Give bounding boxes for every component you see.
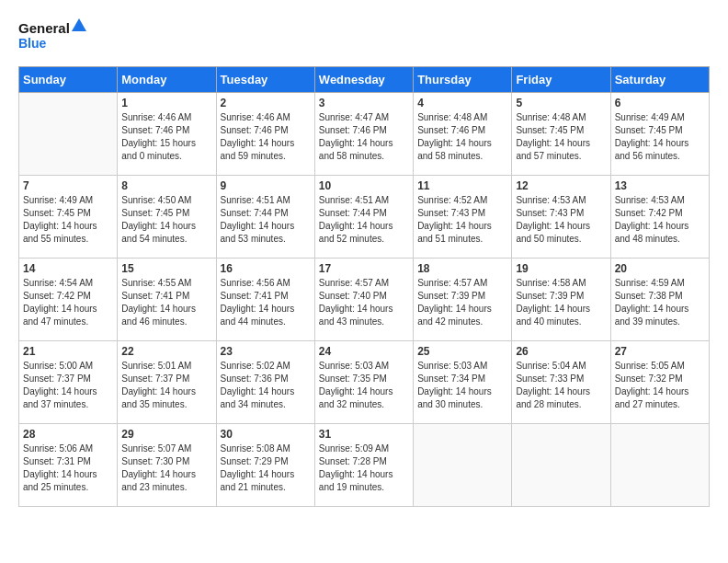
calendar-cell: 7Sunrise: 4:49 AM Sunset: 7:45 PM Daylig…: [19, 176, 118, 259]
day-number: 21: [23, 345, 113, 358]
day-number: 12: [516, 179, 606, 192]
day-content: Sunrise: 5:04 AM Sunset: 7:33 PM Dayligh…: [516, 360, 606, 411]
day-number: 31: [319, 428, 409, 441]
calendar-cell: 1Sunrise: 4:46 AM Sunset: 7:46 PM Daylig…: [118, 93, 216, 176]
day-content: Sunrise: 5:08 AM Sunset: 7:29 PM Dayligh…: [221, 442, 311, 494]
day-content: Sunrise: 4:57 AM Sunset: 7:40 PM Dayligh…: [319, 277, 409, 328]
day-number: 8: [121, 179, 211, 192]
column-header-sunday: Sunday: [19, 67, 118, 93]
day-content: Sunrise: 4:59 AM Sunset: 7:38 PM Dayligh…: [615, 277, 705, 328]
day-number: 19: [516, 262, 606, 275]
calendar-cell: 24Sunrise: 5:03 AM Sunset: 7:35 PM Dayli…: [314, 341, 413, 424]
day-content: Sunrise: 5:01 AM Sunset: 7:37 PM Dayligh…: [121, 360, 211, 411]
svg-text:Blue: Blue: [18, 36, 47, 51]
calendar-week-3: 14Sunrise: 4:54 AM Sunset: 7:42 PM Dayli…: [19, 259, 710, 341]
column-header-wednesday: Wednesday: [314, 67, 413, 93]
day-content: Sunrise: 4:50 AM Sunset: 7:45 PM Dayligh…: [121, 194, 211, 246]
calendar-cell: 10Sunrise: 4:51 AM Sunset: 7:44 PM Dayli…: [314, 176, 413, 259]
day-content: Sunrise: 4:47 AM Sunset: 7:46 PM Dayligh…: [319, 111, 409, 163]
day-content: Sunrise: 5:03 AM Sunset: 7:35 PM Dayligh…: [319, 360, 409, 411]
day-content: Sunrise: 4:55 AM Sunset: 7:41 PM Dayligh…: [121, 277, 211, 328]
calendar-cell: 27Sunrise: 5:05 AM Sunset: 7:32 PM Dayli…: [610, 341, 709, 424]
calendar-cell: 15Sunrise: 4:55 AM Sunset: 7:41 PM Dayli…: [118, 259, 216, 341]
day-number: 10: [319, 179, 409, 192]
calendar-cell: [414, 424, 512, 507]
day-content: Sunrise: 5:06 AM Sunset: 7:31 PM Dayligh…: [23, 442, 113, 494]
day-content: Sunrise: 4:57 AM Sunset: 7:39 PM Dayligh…: [417, 277, 507, 328]
day-content: Sunrise: 5:00 AM Sunset: 7:37 PM Dayligh…: [23, 360, 113, 411]
day-number: 26: [516, 345, 606, 358]
day-content: Sunrise: 5:05 AM Sunset: 7:32 PM Dayligh…: [615, 360, 705, 411]
calendar-cell: 20Sunrise: 4:59 AM Sunset: 7:38 PM Dayli…: [610, 259, 709, 341]
day-number: 28: [23, 428, 113, 441]
calendar-cell: 2Sunrise: 4:46 AM Sunset: 7:46 PM Daylig…: [216, 93, 314, 176]
column-header-monday: Monday: [118, 67, 216, 93]
day-content: Sunrise: 4:58 AM Sunset: 7:39 PM Dayligh…: [516, 277, 606, 328]
page-header: General Blue: [18, 18, 710, 57]
calendar-cell: 14Sunrise: 4:54 AM Sunset: 7:42 PM Dayli…: [19, 259, 118, 341]
day-number: 23: [221, 345, 311, 358]
calendar-cell: 28Sunrise: 5:06 AM Sunset: 7:31 PM Dayli…: [19, 424, 118, 507]
day-content: Sunrise: 5:09 AM Sunset: 7:28 PM Dayligh…: [319, 442, 409, 494]
calendar-cell: 23Sunrise: 5:02 AM Sunset: 7:36 PM Dayli…: [216, 341, 314, 424]
day-content: Sunrise: 4:46 AM Sunset: 7:46 PM Dayligh…: [121, 111, 211, 163]
day-number: 17: [319, 262, 409, 275]
day-number: 27: [615, 345, 705, 358]
calendar-cell: 9Sunrise: 4:51 AM Sunset: 7:44 PM Daylig…: [216, 176, 314, 259]
calendar-cell: 25Sunrise: 5:03 AM Sunset: 7:34 PM Dayli…: [414, 341, 512, 424]
day-content: Sunrise: 4:53 AM Sunset: 7:42 PM Dayligh…: [615, 194, 705, 246]
day-content: Sunrise: 4:52 AM Sunset: 7:43 PM Dayligh…: [417, 194, 507, 246]
day-number: 11: [417, 179, 507, 192]
day-content: Sunrise: 4:46 AM Sunset: 7:46 PM Dayligh…: [221, 111, 311, 163]
day-number: 16: [221, 262, 311, 275]
column-header-thursday: Thursday: [414, 67, 512, 93]
day-content: Sunrise: 4:51 AM Sunset: 7:44 PM Dayligh…: [221, 194, 311, 246]
day-number: 24: [319, 345, 409, 358]
day-number: 6: [615, 97, 705, 109]
calendar-week-1: 1Sunrise: 4:46 AM Sunset: 7:46 PM Daylig…: [19, 93, 710, 176]
svg-text:General: General: [18, 20, 70, 36]
calendar-cell: 26Sunrise: 5:04 AM Sunset: 7:33 PM Dayli…: [512, 341, 610, 424]
calendar-cell: 11Sunrise: 4:52 AM Sunset: 7:43 PM Dayli…: [414, 176, 512, 259]
svg-marker-2: [72, 18, 86, 31]
calendar-cell: 30Sunrise: 5:08 AM Sunset: 7:29 PM Dayli…: [216, 424, 314, 507]
calendar-cell: 12Sunrise: 4:53 AM Sunset: 7:43 PM Dayli…: [512, 176, 610, 259]
day-content: Sunrise: 4:49 AM Sunset: 7:45 PM Dayligh…: [615, 111, 705, 163]
calendar-cell: 29Sunrise: 5:07 AM Sunset: 7:30 PM Dayli…: [118, 424, 216, 507]
calendar-cell: 5Sunrise: 4:48 AM Sunset: 7:45 PM Daylig…: [512, 93, 610, 176]
calendar-cell: 31Sunrise: 5:09 AM Sunset: 7:28 PM Dayli…: [314, 424, 413, 507]
calendar-week-4: 21Sunrise: 5:00 AM Sunset: 7:37 PM Dayli…: [19, 341, 710, 424]
day-content: Sunrise: 4:51 AM Sunset: 7:44 PM Dayligh…: [319, 194, 409, 246]
calendar-table: SundayMondayTuesdayWednesdayThursdayFrid…: [18, 66, 710, 507]
calendar-cell: 8Sunrise: 4:50 AM Sunset: 7:45 PM Daylig…: [118, 176, 216, 259]
calendar-week-2: 7Sunrise: 4:49 AM Sunset: 7:45 PM Daylig…: [19, 176, 710, 259]
day-content: Sunrise: 4:49 AM Sunset: 7:45 PM Dayligh…: [23, 194, 113, 246]
day-number: 20: [615, 262, 705, 275]
calendar-cell: 17Sunrise: 4:57 AM Sunset: 7:40 PM Dayli…: [314, 259, 413, 341]
day-content: Sunrise: 5:07 AM Sunset: 7:30 PM Dayligh…: [121, 442, 211, 494]
calendar-week-5: 28Sunrise: 5:06 AM Sunset: 7:31 PM Dayli…: [19, 424, 710, 507]
day-number: 15: [121, 262, 211, 275]
calendar-cell: 16Sunrise: 4:56 AM Sunset: 7:41 PM Dayli…: [216, 259, 314, 341]
day-number: 18: [417, 262, 507, 275]
day-number: 3: [319, 97, 409, 109]
day-number: 7: [23, 179, 113, 192]
column-header-friday: Friday: [512, 67, 610, 93]
day-number: 22: [121, 345, 211, 358]
day-number: 5: [516, 97, 606, 109]
day-number: 14: [23, 262, 113, 275]
calendar-cell: [610, 424, 709, 507]
day-number: 13: [615, 179, 705, 192]
day-content: Sunrise: 4:48 AM Sunset: 7:46 PM Dayligh…: [417, 111, 507, 163]
calendar-cell: 3Sunrise: 4:47 AM Sunset: 7:46 PM Daylig…: [314, 93, 413, 176]
day-number: 1: [121, 97, 211, 109]
day-content: Sunrise: 4:56 AM Sunset: 7:41 PM Dayligh…: [221, 277, 311, 328]
day-number: 2: [221, 97, 311, 109]
calendar-cell: 6Sunrise: 4:49 AM Sunset: 7:45 PM Daylig…: [610, 93, 709, 176]
calendar-cell: 19Sunrise: 4:58 AM Sunset: 7:39 PM Dayli…: [512, 259, 610, 341]
column-header-tuesday: Tuesday: [216, 67, 314, 93]
calendar-cell: 13Sunrise: 4:53 AM Sunset: 7:42 PM Dayli…: [610, 176, 709, 259]
day-number: 9: [221, 179, 311, 192]
day-content: Sunrise: 4:54 AM Sunset: 7:42 PM Dayligh…: [23, 277, 113, 328]
calendar-cell: 22Sunrise: 5:01 AM Sunset: 7:37 PM Dayli…: [118, 341, 216, 424]
